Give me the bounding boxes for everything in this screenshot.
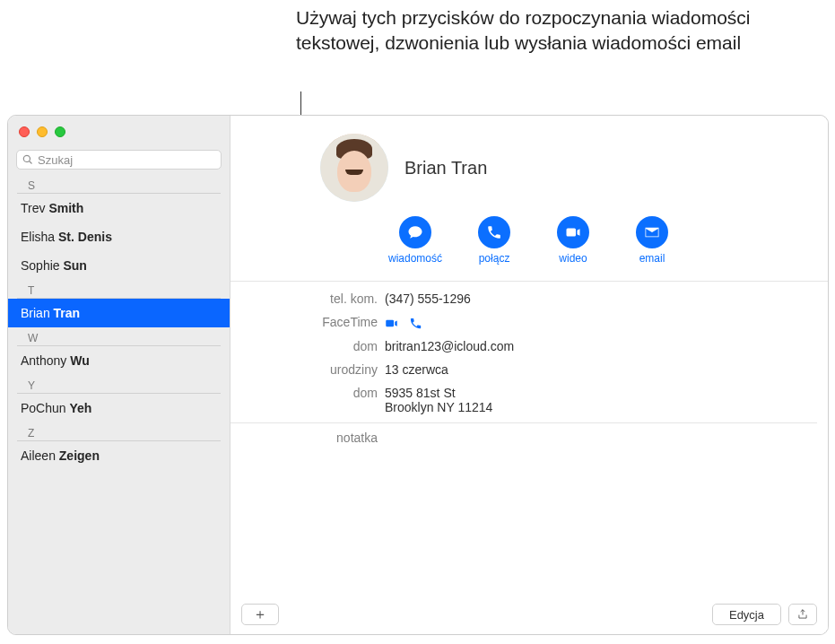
field-value[interactable]: 5935 81st St Brooklyn NY 11214: [385, 386, 817, 414]
section-header-w: W: [17, 327, 221, 346]
field-birthday: urodziny 13 czerwca: [230, 358, 817, 381]
search-placeholder: Szukaj: [38, 153, 73, 167]
section-header-y: Y: [17, 375, 221, 394]
field-value: 13 czerwca: [385, 362, 817, 377]
share-button[interactable]: [788, 604, 817, 625]
facetime-audio-icon[interactable]: [409, 317, 422, 330]
avatar[interactable]: [320, 134, 388, 202]
field-facetime: FaceTime: [230, 310, 817, 335]
field-value[interactable]: (347) 555-1296: [385, 292, 817, 306]
phone-icon: [478, 216, 510, 248]
contact-list: S Trev Smith Elisha St. Denis Sophie Sun…: [8, 175, 230, 634]
detail-header: Brian Tran: [230, 116, 828, 211]
video-icon: [557, 216, 589, 248]
email-icon: [636, 216, 668, 248]
field-home-address: dom 5935 81st St Brooklyn NY 11214: [230, 381, 817, 419]
field-label: dom: [230, 339, 385, 353]
field-label: FaceTime: [230, 315, 385, 329]
field-label: urodziny: [230, 362, 385, 377]
add-button[interactable]: ＋: [241, 604, 279, 625]
minimize-icon[interactable]: [37, 126, 48, 137]
email-button[interactable]: email: [625, 216, 679, 265]
field-label: tel. kom.: [230, 292, 385, 306]
list-item[interactable]: Trev Smith: [8, 194, 230, 222]
close-icon[interactable]: [19, 126, 30, 137]
section-header-s: S: [17, 175, 221, 194]
message-button[interactable]: wiadomość: [388, 216, 442, 265]
search-icon: [22, 154, 33, 165]
action-buttons: wiadomość połącz wideo email: [230, 211, 828, 281]
zoom-icon[interactable]: [55, 126, 65, 137]
contact-detail: Brian Tran wiadomość połącz wideo email: [230, 116, 828, 634]
section-header-t: T: [17, 280, 221, 299]
contacts-window: Szukaj S Trev Smith Elisha St. Denis Sop…: [7, 115, 829, 635]
field-home-email: dom britran123@icloud.com: [230, 335, 817, 358]
plus-icon: ＋: [253, 605, 267, 624]
action-label: wideo: [559, 252, 587, 265]
facetime-video-icon[interactable]: [385, 317, 398, 330]
list-item[interactable]: Aileen Zeigen: [8, 441, 230, 470]
call-button[interactable]: połącz: [467, 216, 521, 265]
share-icon: [796, 608, 809, 621]
contact-fields: tel. kom. (347) 555-1296 FaceTime dom br…: [230, 282, 828, 455]
action-label: wiadomość: [388, 252, 442, 265]
window-controls: [8, 116, 230, 148]
list-item[interactable]: Elisha St. Denis: [8, 222, 230, 251]
field-mobile: tel. kom. (347) 555-1296: [230, 287, 817, 310]
help-annotation: Używaj tych przycisków do rozpoczynania …: [296, 5, 798, 57]
search-input[interactable]: Szukaj: [16, 150, 222, 170]
address-line2: Brooklyn NY 11214: [385, 400, 817, 414]
action-label: połącz: [479, 252, 510, 265]
field-value[interactable]: britran123@icloud.com: [385, 339, 817, 353]
sidebar: Szukaj S Trev Smith Elisha St. Denis Sop…: [8, 116, 230, 634]
field-label: notatka: [230, 431, 385, 445]
list-item[interactable]: Sophie Sun: [8, 251, 230, 280]
field-note: notatka: [230, 422, 817, 449]
list-item[interactable]: PoChun Yeh: [8, 394, 230, 422]
action-label: email: [639, 252, 665, 265]
field-value: [385, 315, 817, 330]
message-icon: [399, 216, 431, 248]
address-line1: 5935 81st St: [385, 386, 817, 400]
list-item[interactable]: Anthony Wu: [8, 346, 230, 375]
list-item-selected[interactable]: Brian Tran: [8, 299, 230, 327]
contact-name: Brian Tran: [404, 158, 487, 178]
bottom-toolbar: ＋ Edycja: [230, 595, 828, 634]
field-label: dom: [230, 386, 385, 400]
section-header-z: Z: [17, 422, 221, 441]
edit-button[interactable]: Edycja: [712, 604, 781, 625]
video-button[interactable]: wideo: [546, 216, 600, 265]
